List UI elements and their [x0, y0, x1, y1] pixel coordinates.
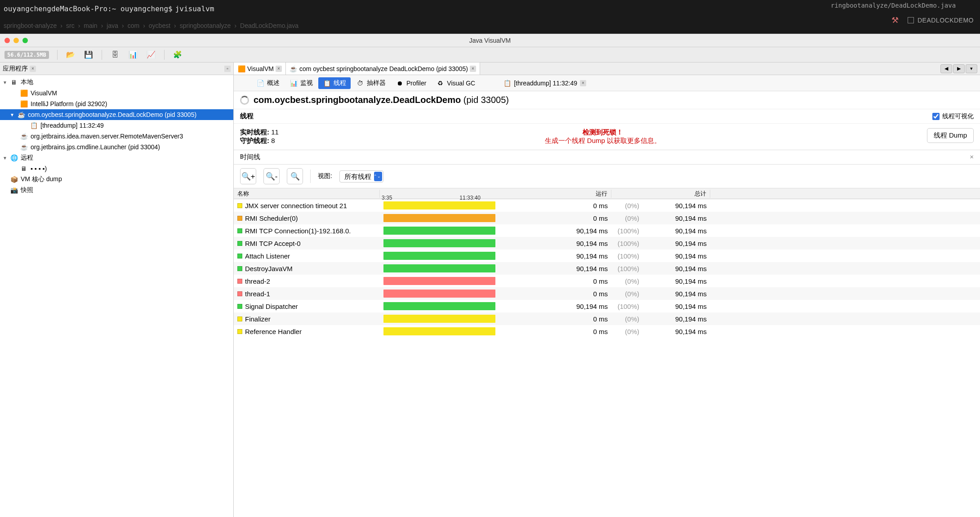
thread-row[interactable]: RMI TCP Accept-090,194 ms(100%)90,194 ms — [234, 237, 980, 250]
running-pct: (100%) — [611, 240, 643, 247]
window-controls[interactable] — [0, 38, 28, 43]
build-hammer-icon[interactable]: ⚒ — [891, 15, 899, 25]
deadlock-warning-msg: 生成一个线程 Dump 以获取更多信息。 — [297, 137, 909, 145]
java-app-icon: ☕ — [17, 111, 25, 119]
col-total[interactable]: 总计 — [643, 190, 710, 198]
tree-node-local[interactable]: ▼ 🖥 本地 — [0, 77, 233, 88]
close-icon[interactable]: × — [580, 80, 586, 86]
thread-row[interactable]: Signal Dispatcher90,194 ms(100%)90,194 m… — [234, 300, 980, 312]
tree-node-vm-dump[interactable]: 📦 VM 核心 dump — [0, 174, 233, 185]
col-name[interactable]: 名称 — [234, 190, 380, 198]
subtab-monitor[interactable]: 📊 监视 — [285, 77, 317, 89]
thread-row[interactable]: DestroyJavaVM90,194 ms(100%)90,194 ms — [234, 262, 980, 275]
chevron-down-icon: ▼ — [10, 112, 14, 117]
total-time: 90,194 ms — [643, 227, 710, 235]
subtab-visualgc[interactable]: ♻ Visual GC — [432, 77, 480, 89]
subtab-threads[interactable]: 📋 线程 — [318, 77, 351, 89]
thread-dump-icon[interactable]: 📊 — [128, 50, 138, 60]
chevron-down-icon: ▼ — [3, 80, 7, 85]
visualvm-window: Java VisualVM 56.6/112.5MB 📂 💾 🗄 📊 📈 🧩 应… — [0, 34, 980, 517]
thread-counts: 实时线程: 11 守护线程: 8 — [240, 128, 279, 145]
applications-tab[interactable]: 应用程序 × — [3, 65, 36, 73]
tree-node-intellij[interactable]: 🟧 IntelliJ Platform (pid 32902) — [0, 98, 233, 109]
timeline-bar — [383, 252, 495, 260]
maximize-window-icon[interactable] — [22, 38, 28, 43]
save-icon[interactable]: 💾 — [84, 50, 94, 60]
view-label: 视图: — [318, 172, 332, 180]
running-pct: (0%) — [611, 214, 643, 222]
thread-state-icon — [237, 241, 242, 246]
java-app-icon: ☕ — [20, 143, 28, 151]
plugin-icon[interactable]: 🧩 — [173, 50, 183, 60]
tree-node-maven[interactable]: ☕ org.jetbrains.idea.maven.server.Remote… — [0, 131, 233, 142]
tree-node-snapshot[interactable]: 📸 快照 — [0, 185, 233, 196]
view-select[interactable]: 所有线程 — [339, 170, 383, 183]
tree-node-launcher[interactable]: ☕ org.jetbrains.jps.cmdline.Launcher (pi… — [0, 142, 233, 152]
close-icon[interactable]: × — [470, 66, 476, 72]
close-icon[interactable]: × — [30, 66, 36, 72]
running-pct: (100%) — [611, 265, 643, 272]
tab-deadlockdemo[interactable]: ☕ com oycbest springbootanalyze DeadLock… — [286, 62, 480, 75]
profiler-icon: ⏺ — [396, 79, 404, 87]
zoom-fit-button[interactable]: 🔍 — [287, 168, 303, 184]
close-window-icon[interactable] — [4, 38, 10, 43]
tree-node-visualvm[interactable]: 🟧 VisualVM — [0, 88, 233, 98]
close-icon[interactable]: × — [276, 66, 282, 72]
thread-row[interactable]: thread-20 ms(0%)90,194 ms — [234, 275, 980, 287]
thread-state-icon — [237, 228, 242, 233]
visualvm-app-icon: 🟧 — [237, 65, 245, 73]
close-section-icon[interactable]: × — [970, 153, 974, 161]
timeline-bar — [383, 227, 495, 235]
subtab-profiler[interactable]: ⏺ Profiler — [391, 77, 431, 89]
tree-node-remote[interactable]: ▼ 🌐 远程 — [0, 152, 233, 163]
tree-node-remote-host[interactable]: 🖥 ▪ ▪ ▪ ▪) — [0, 163, 233, 174]
minimize-panel-icon[interactable]: ▫ — [224, 66, 231, 72]
thread-row[interactable]: JMX server connection timeout 210 ms(0%)… — [234, 199, 980, 212]
thread-row[interactable]: RMI TCP Connection(1)-192.168.0.90,194 m… — [234, 224, 980, 237]
thread-row[interactable]: Finalizer0 ms(0%)90,194 ms — [234, 312, 980, 325]
timeline-bar — [383, 201, 495, 209]
table-header: 名称 3:35 11:33:40 运行 总计 — [234, 188, 980, 199]
thread-row[interactable]: RMI Scheduler(0)0 ms(0%)90,194 ms — [234, 212, 980, 224]
ide-right-panel: ringbootanalyze/DeadLockDemo.java ⚒ DEAD… — [827, 0, 980, 34]
col-running[interactable]: 运行 — [499, 190, 611, 198]
threads-icon: 📋 — [323, 79, 331, 87]
thread-row[interactable]: Attach Listener90,194 ms(100%)90,194 ms — [234, 250, 980, 262]
coredump-icon: 📦 — [10, 175, 18, 183]
tree-node-threaddump[interactable]: 📋 [threaddump] 11:32:49 — [0, 120, 233, 131]
timeline-bar — [383, 327, 495, 335]
memory-usage-badge: 56.6/112.5MB — [4, 51, 49, 59]
minimize-window-icon[interactable] — [13, 38, 19, 43]
run-config-dropdown[interactable]: DEADLOCKDEMO — [908, 17, 974, 24]
heap-dump-icon[interactable]: 🗄 — [110, 50, 120, 60]
profile-icon[interactable]: 📈 — [146, 50, 156, 60]
running-time: 90,194 ms — [499, 252, 611, 260]
thread-state-icon — [237, 254, 242, 258]
nav-prev-button[interactable]: ◀ — [940, 64, 952, 73]
thread-dump-button[interactable]: 线程 Dump — [927, 128, 974, 143]
running-time: 90,194 ms — [499, 227, 611, 235]
tree-node-deadlockdemo[interactable]: ▼ ☕ com.oycbest.springbootanalyze.DeadLo… — [0, 109, 233, 120]
sampler-icon: ⏱ — [356, 79, 364, 87]
subtab-overview[interactable]: 📄 概述 — [252, 77, 284, 89]
tab-visualvm-start[interactable]: 🟧 VisualVM × — [234, 62, 286, 75]
thread-row[interactable]: Reference Handler0 ms(0%)90,194 ms — [234, 325, 980, 338]
subtab-sampler[interactable]: ⏱ 抽样器 — [352, 77, 390, 89]
thread-state-icon — [237, 216, 242, 221]
nav-next-button[interactable]: ▶ — [953, 64, 965, 73]
timeline-bar — [383, 315, 495, 323]
zoom-in-button[interactable]: 🔍+ — [240, 168, 256, 184]
timeline-bar — [383, 290, 495, 298]
zoom-out-button[interactable]: 🔍- — [263, 168, 280, 184]
thread-state-icon — [237, 291, 242, 296]
detail-panel: 🟧 VisualVM × ☕ com oycbest springbootana… — [234, 62, 980, 517]
nav-list-button[interactable]: ▾ — [966, 64, 977, 73]
subtab-threaddump[interactable]: 📋 [threaddump] 11:32:49 × — [499, 77, 591, 89]
thread-state-icon — [237, 304, 242, 309]
total-time: 90,194 ms — [643, 265, 710, 272]
thread-row[interactable]: thread-10 ms(0%)90,194 ms — [234, 287, 980, 300]
visualvm-app-icon: 🟧 — [20, 89, 28, 97]
total-time: 90,194 ms — [643, 328, 710, 335]
open-app-icon[interactable]: 📂 — [66, 50, 76, 60]
threads-visualize-checkbox[interactable]: 线程可视化 — [932, 112, 974, 120]
